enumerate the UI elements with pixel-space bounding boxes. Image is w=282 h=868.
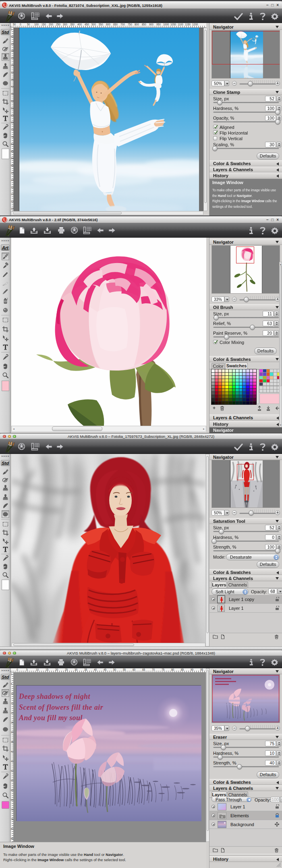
- svg-text:Deep shadows of night: Deep shadows of night: [19, 692, 91, 700]
- svg-text:And you fill my soul: And you fill my soul: [19, 714, 83, 722]
- svg-text:Scent of flowers fill the air: Scent of flowers fill the air: [19, 703, 104, 711]
